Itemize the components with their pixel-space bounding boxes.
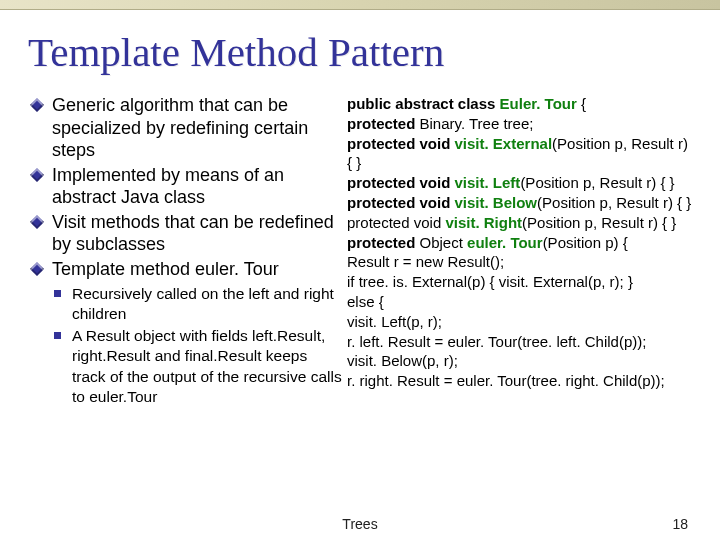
code-line: protected Binary. Tree tree; — [347, 114, 692, 134]
code-line: else { — [347, 292, 692, 312]
top-accent-bar — [0, 0, 720, 10]
page-number: 18 — [672, 516, 688, 532]
left-column: Generic algorithm that can be specialize… — [28, 94, 343, 409]
content-columns: Generic algorithm that can be specialize… — [28, 94, 692, 409]
code-line: r. right. Result = euler. Tour(tree. rig… — [347, 371, 692, 391]
sub-bullet-item: Recursively called on the left and right… — [52, 284, 343, 324]
sub-bullet-list: Recursively called on the left and right… — [52, 284, 343, 407]
code-line: protected void visit. Left(Position p, R… — [347, 173, 692, 193]
bullet-item: Implemented by means of an abstract Java… — [30, 164, 343, 209]
code-line: visit. Below(p, r); — [347, 351, 692, 371]
sub-bullet-item: A Result object with fields left.Result,… — [52, 326, 343, 407]
code-line: visit. Left(p, r); — [347, 312, 692, 332]
bullet-item: Template method euler. Tour — [30, 258, 343, 281]
slide-body: Template Method Pattern Generic algorith… — [0, 10, 720, 409]
code-line: protected void visit. External(Position … — [347, 134, 692, 174]
right-column: public abstract class Euler. Tour { prot… — [343, 94, 692, 409]
bullet-item: Visit methods that can be redefined by s… — [30, 211, 343, 256]
code-line: protected Object euler. Tour(Position p)… — [347, 233, 692, 253]
slide-title: Template Method Pattern — [28, 28, 692, 76]
code-line: public abstract class Euler. Tour { — [347, 94, 692, 114]
footer-label: Trees — [342, 516, 377, 532]
code-line: protected void visit. Below(Position p, … — [347, 193, 692, 233]
code-block: public abstract class Euler. Tour { prot… — [347, 94, 692, 391]
code-line: r. left. Result = euler. Tour(tree. left… — [347, 332, 692, 352]
bullet-list: Generic algorithm that can be specialize… — [30, 94, 343, 280]
bullet-item: Generic algorithm that can be specialize… — [30, 94, 343, 162]
code-line: if tree. is. External(p) { visit. Extern… — [347, 272, 692, 292]
code-line: Result r = new Result(); — [347, 252, 692, 272]
